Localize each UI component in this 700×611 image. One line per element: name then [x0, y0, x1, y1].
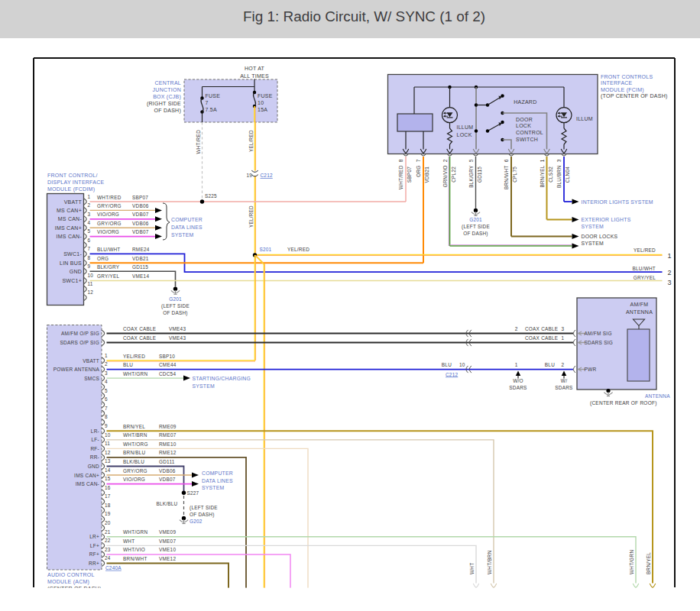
svg-text:GRN/VIO: GRN/VIO — [442, 166, 448, 188]
svg-text:BRN/YEL: BRN/YEL — [540, 165, 545, 187]
svg-text:1: 1 — [668, 252, 672, 260]
svg-text:VIO/ORG: VIO/ORG — [97, 229, 119, 234]
svg-text:S201: S201 — [260, 247, 272, 252]
svg-text:SYSTEM: SYSTEM — [202, 485, 225, 490]
svg-text:JUNCTION: JUNCTION — [153, 87, 181, 92]
svg-text:MODULE (ACM): MODULE (ACM) — [47, 579, 89, 585]
svg-text:11: 11 — [88, 281, 93, 286]
svg-text:HAZARD: HAZARD — [514, 99, 536, 105]
svg-text:10: 10 — [459, 362, 465, 367]
svg-text:DISPLAY INTERFACE: DISPLAY INTERFACE — [47, 179, 104, 185]
svg-text:2: 2 — [105, 361, 108, 367]
svg-text:SBP07: SBP07 — [407, 166, 412, 183]
svg-text:GND: GND — [88, 464, 99, 469]
svg-text:CDC54: CDC54 — [159, 371, 176, 377]
svg-text:LOCK: LOCK — [516, 123, 531, 128]
svg-text:VIO/ORG: VIO/ORG — [123, 477, 145, 482]
svg-text:RF-: RF- — [90, 446, 99, 451]
svg-text:8: 8 — [88, 255, 91, 260]
svg-text:17: 17 — [105, 493, 111, 499]
svg-text:LR-: LR- — [91, 428, 99, 434]
svg-text:LF+: LF+ — [90, 543, 99, 548]
svg-text:SWITCH: SWITCH — [516, 137, 538, 142]
svg-text:9: 9 — [88, 263, 91, 269]
svg-text:MODULE (FCDIM): MODULE (FCDIM) — [47, 186, 95, 192]
svg-text:ORG: ORG — [97, 256, 109, 261]
svg-text:GND: GND — [70, 269, 82, 274]
svg-text:DATA LINES: DATA LINES — [202, 478, 233, 483]
svg-text:VDB06: VDB06 — [132, 203, 149, 209]
svg-text:VDB07: VDB07 — [159, 477, 176, 482]
svg-text:DATA LINES: DATA LINES — [171, 225, 203, 230]
svg-text:24: 24 — [105, 555, 111, 561]
svg-text:CPL22: CPL22 — [451, 166, 456, 183]
svg-text:(LEFT SIDE: (LEFT SIDE — [161, 303, 190, 309]
svg-text:LF-: LF- — [92, 437, 100, 442]
svg-text:W/O: W/O — [513, 378, 523, 383]
svg-text:G201: G201 — [469, 217, 482, 222]
svg-text:SYSTEM: SYSTEM — [582, 224, 604, 229]
svg-text:BLK/BLU: BLK/BLU — [156, 501, 177, 506]
svg-text:CME44: CME44 — [159, 362, 177, 367]
svg-text:RR-: RR- — [90, 454, 99, 460]
svg-text:COMPUTER: COMPUTER — [202, 470, 233, 476]
svg-text:CONTROL: CONTROL — [516, 130, 543, 135]
svg-text:SDARS: SDARS — [509, 385, 527, 390]
svg-text:5: 5 — [468, 159, 474, 162]
svg-text:4: 4 — [88, 220, 91, 225]
svg-text:COAX CABLE: COAX CABLE — [123, 335, 156, 341]
svg-text:IMS CAN-: IMS CAN- — [76, 481, 99, 487]
svg-text:LR+: LR+ — [89, 534, 99, 539]
svg-text:GD115: GD115 — [477, 166, 482, 183]
svg-text:20: 20 — [105, 520, 111, 525]
svg-text:WHT/VIO: WHT/VIO — [123, 547, 145, 552]
svg-text:OF DASH): OF DASH) — [463, 231, 488, 237]
svg-text:YEL/RED: YEL/RED — [248, 205, 254, 228]
svg-text:COAX CABLE: COAX CABLE — [525, 326, 558, 331]
svg-text:WHT/RED: WHT/RED — [97, 195, 122, 200]
svg-text:HOT AT: HOT AT — [245, 66, 265, 71]
svg-text:SYSTEM: SYSTEM — [171, 232, 194, 238]
svg-text:EXTERIOR LIGHTS: EXTERIOR LIGHTS — [582, 217, 631, 222]
svg-text:(LEFT SIDE: (LEFT SIDE — [462, 224, 490, 230]
svg-text:C212: C212 — [446, 372, 458, 377]
svg-text:10: 10 — [88, 273, 94, 278]
svg-text:21: 21 — [105, 529, 111, 535]
svg-text:4: 4 — [105, 379, 108, 384]
svg-text:C240A: C240A — [105, 565, 122, 571]
svg-text:1: 1 — [88, 194, 91, 199]
svg-text:9: 9 — [105, 423, 108, 428]
svg-text:12: 12 — [88, 289, 94, 295]
svg-text:VBATT: VBATT — [83, 358, 99, 364]
svg-text:YEL/RED: YEL/RED — [248, 130, 254, 152]
svg-text:RME12: RME12 — [159, 450, 177, 455]
svg-text:12: 12 — [105, 450, 111, 455]
svg-text:GRY/ORG: GRY/ORG — [97, 203, 122, 209]
svg-text:1: 1 — [562, 335, 565, 341]
svg-text:SYSTEM: SYSTEM — [193, 383, 216, 389]
svg-text:VME14: VME14 — [132, 273, 149, 279]
svg-text:CLS32: CLS32 — [548, 166, 553, 183]
svg-text:COAX CABLE: COAX CABLE — [123, 326, 156, 331]
svg-text:MS CAN+: MS CAN+ — [57, 208, 82, 213]
svg-text:FUSE: FUSE — [258, 93, 273, 99]
svg-text:LOCK: LOCK — [457, 132, 472, 137]
svg-text:CENTRAL: CENTRAL — [155, 80, 181, 86]
svg-text:RF+: RF+ — [89, 551, 99, 557]
svg-text:8: 8 — [105, 414, 108, 419]
svg-text:IMS CAN+: IMS CAN+ — [55, 225, 82, 231]
svg-text:POWER ANTENNA: POWER ANTENNA — [53, 367, 100, 372]
svg-text:10: 10 — [105, 432, 111, 438]
svg-text:G201: G201 — [169, 296, 182, 302]
svg-text:VME09: VME09 — [159, 529, 176, 535]
svg-text:WHT/ORG: WHT/ORG — [123, 441, 148, 447]
svg-text:SDARS SIG: SDARS SIG — [585, 340, 614, 345]
svg-text:YEL/RED: YEL/RED — [634, 247, 656, 253]
svg-text:WHT/RED: WHT/RED — [196, 130, 201, 154]
svg-text:VBATT: VBATT — [64, 199, 83, 205]
svg-text:8: 8 — [398, 159, 403, 162]
svg-text:WHT/GRN: WHT/GRN — [123, 529, 147, 535]
svg-text:13: 13 — [105, 458, 111, 464]
svg-text:14: 14 — [105, 467, 111, 473]
svg-text:WHT/BRN: WHT/BRN — [123, 432, 147, 438]
